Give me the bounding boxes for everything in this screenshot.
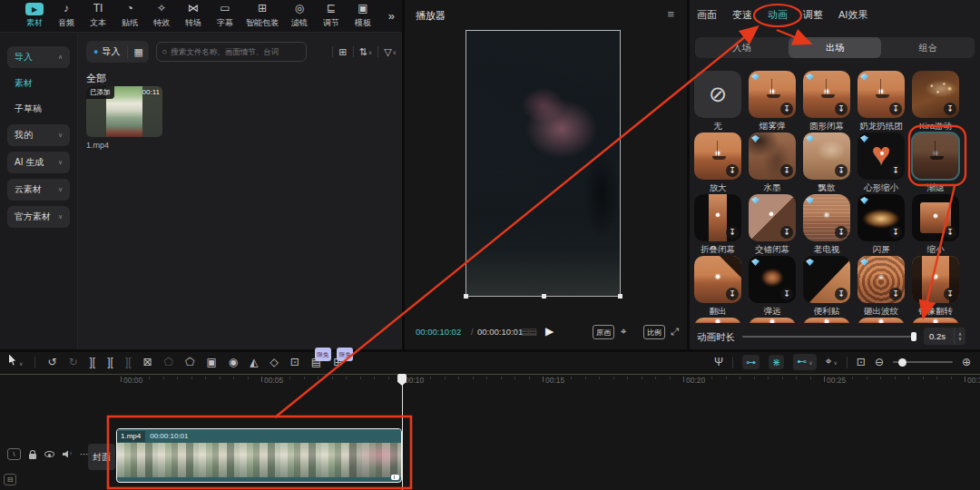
preview-handle-bottom-right[interactable] bbox=[618, 294, 622, 299]
effect-sticky-note[interactable]: ↧便利贴 bbox=[803, 256, 850, 303]
effect-thumbnail[interactable]: ↧ bbox=[749, 71, 796, 118]
effect-ink[interactable]: ↧水墨 bbox=[749, 132, 796, 180]
toolbar-item-adjust[interactable]: ⊑调节 bbox=[320, 3, 342, 29]
sort-icon[interactable]: ⇅∨ bbox=[359, 46, 373, 58]
effect-thumbnail[interactable]: ⊘ bbox=[694, 71, 741, 118]
effect-nailong-paper[interactable]: ↧奶龙扔纸团 bbox=[858, 71, 905, 118]
toolbar-expand-icon[interactable]: » bbox=[388, 9, 395, 23]
zoom-out-icon[interactable]: ⊖ bbox=[875, 356, 884, 368]
add-caption-icon[interactable]: ⊞限免 bbox=[333, 356, 342, 368]
tab-adjust[interactable]: 调整 bbox=[803, 8, 823, 22]
cover-button[interactable]: 封面 bbox=[88, 444, 115, 470]
effect-scatter[interactable]: ↧飘散 bbox=[803, 132, 850, 180]
effect-shrink[interactable]: ↧缩小 bbox=[912, 194, 959, 241]
undo-icon[interactable]: ↺ bbox=[47, 356, 56, 368]
toolbar-item-text[interactable]: TI文本 bbox=[87, 3, 109, 29]
effect-ripple[interactable]: ↧砸出波纹 bbox=[858, 256, 905, 303]
stepper-down-icon[interactable]: ∨ bbox=[958, 337, 962, 341]
toolbar-item-transition[interactable]: ⋈转场 bbox=[182, 3, 204, 29]
toolbar-item-effects[interactable]: ✧特效 bbox=[151, 3, 172, 29]
effect-thumbnail[interactable]: ↧ bbox=[912, 194, 959, 241]
select-tool-icon[interactable]: ∨ bbox=[9, 355, 23, 370]
effect-thumbnail[interactable]: ↧ bbox=[749, 132, 796, 180]
effect-flash-screen[interactable]: ↧闪屏 bbox=[858, 194, 905, 241]
split-left-icon[interactable]: ][ bbox=[107, 356, 113, 368]
effect-fade-out[interactable]: 渐隐 bbox=[912, 132, 959, 180]
sidebar-item-official-material[interactable]: 官方素材∨ bbox=[7, 206, 70, 228]
toolbar-item-template[interactable]: ▣模板 bbox=[352, 3, 374, 29]
sidebar-item-sub-draft[interactable]: 子草稿 bbox=[7, 99, 70, 119]
video-preview[interactable] bbox=[466, 30, 621, 297]
preview-handle-bottom-center[interactable] bbox=[542, 294, 546, 299]
effect-mirror-flip[interactable]: ↧镜像翻转 bbox=[912, 256, 959, 303]
redo-icon[interactable]: ↻ bbox=[68, 356, 77, 368]
auto-snap-icon[interactable]: ⊶ bbox=[742, 355, 760, 369]
mirror-icon[interactable]: ◭ bbox=[250, 356, 258, 368]
effect-thumbnail[interactable]: ↧ bbox=[912, 71, 959, 118]
effect-heart-shrink[interactable]: ↧心形缩小 bbox=[858, 132, 905, 180]
effect-thumbnail[interactable]: ↧ bbox=[694, 256, 741, 303]
tab-animation[interactable]: 动画 bbox=[768, 8, 788, 22]
effect-thumbnail[interactable]: ↧ bbox=[694, 132, 741, 180]
import-button[interactable]: ● 导入 bbox=[86, 45, 127, 58]
tab-speed[interactable]: 变速 bbox=[732, 8, 752, 22]
effect-zoom-in[interactable]: ↧放大 bbox=[694, 132, 741, 180]
toolbar-item-audio[interactable]: ♪音频 bbox=[55, 3, 77, 29]
effect-thumbnail[interactable]: ↧ bbox=[858, 256, 905, 303]
track-select-icon[interactable]: ⌖∨ bbox=[826, 355, 838, 369]
effect-thumbnail[interactable]: ↧ bbox=[803, 256, 850, 303]
sidebar-item-ai-generate[interactable]: AI 生成∨ bbox=[7, 152, 70, 173]
duration-stepper[interactable]: ∧ ∨ bbox=[954, 328, 965, 345]
preview-axis-icon[interactable]: ⊷∨ bbox=[793, 354, 816, 370]
effect-fold-close[interactable]: ↧折叠闭幕 bbox=[694, 194, 741, 241]
media-clip-card[interactable]: 已添加 00:11 bbox=[86, 86, 162, 137]
ratio-button[interactable]: 比例 bbox=[643, 325, 665, 339]
effect-thumbnail[interactable]: ↧ bbox=[858, 194, 905, 241]
lock-track-icon[interactable] bbox=[29, 450, 36, 459]
track-height-icon[interactable]: ⊟ bbox=[4, 474, 16, 485]
split-right-icon[interactable]: ][ bbox=[125, 356, 132, 368]
tab-ai-effects[interactable]: AI效果 bbox=[838, 8, 867, 22]
toolbar-item-smart-pack[interactable]: ⊞智能包装 bbox=[246, 3, 279, 29]
effect-thumbnail[interactable]: ↧ bbox=[858, 71, 905, 118]
fullscreen-icon[interactable]: ⤢ bbox=[671, 326, 679, 338]
split-icon[interactable]: ][ bbox=[90, 356, 96, 368]
mask-icon[interactable]: ▣ bbox=[206, 356, 216, 368]
tab-canvas[interactable]: 画面 bbox=[697, 8, 717, 22]
record-voice-icon[interactable]: Ψ bbox=[714, 356, 723, 368]
stabilize-icon[interactable]: ⬠ bbox=[164, 356, 173, 368]
timeline-video-clip[interactable]: 1.mp4 00:00:10:01 bbox=[116, 428, 402, 483]
sidebar-item-import[interactable]: 导入∧ bbox=[7, 46, 70, 68]
preview-handle-bottom-left[interactable] bbox=[464, 294, 468, 299]
toolbar-item-captions[interactable]: ▭字幕 bbox=[214, 3, 236, 29]
original-quality-button[interactable]: 原画 bbox=[593, 325, 614, 339]
subtab-out[interactable]: 出场 bbox=[789, 37, 882, 58]
grid-view-icon[interactable]: ⊞ bbox=[338, 46, 347, 58]
duration-slider-handle[interactable] bbox=[911, 332, 916, 341]
mute-track-icon[interactable]: ⁾ bbox=[63, 450, 72, 458]
effect-thumbnail[interactable]: ↧ bbox=[912, 256, 959, 303]
effect-old-tv[interactable]: ↧老电视 bbox=[803, 194, 850, 241]
effect-thumbnail[interactable]: ↧ bbox=[803, 71, 850, 118]
freeze-frame-icon[interactable]: ◉ bbox=[229, 356, 238, 368]
crop-icon[interactable]: ⊡ bbox=[290, 356, 299, 368]
delete-icon[interactable]: ⊠ bbox=[143, 356, 152, 368]
duration-slider[interactable] bbox=[742, 336, 915, 338]
effect-thumbnail[interactable]: ↧ bbox=[749, 194, 796, 241]
effect-thumbnail[interactable]: ↧ bbox=[803, 194, 850, 241]
linkage-icon[interactable]: ⋇ bbox=[769, 355, 784, 369]
toolbar-item-media[interactable]: ▶素材 bbox=[24, 3, 45, 29]
effect-bounce-away[interactable]: ↧弹远 bbox=[749, 256, 796, 303]
qr-import-icon[interactable]: ▦ bbox=[127, 46, 148, 58]
sidebar-item-mine[interactable]: 我的∨ bbox=[7, 124, 70, 146]
subtab-in[interactable]: 入场 bbox=[695, 37, 789, 58]
subtab-combo[interactable]: 组合 bbox=[881, 37, 975, 58]
shield-icon[interactable]: ⬠ bbox=[185, 356, 194, 368]
effect-circle-close[interactable]: ↧圆形闭幕 bbox=[803, 71, 850, 118]
track-type-icon[interactable]: \ bbox=[7, 448, 21, 460]
focus-icon[interactable]: ⌖ bbox=[621, 326, 626, 338]
toolbar-item-sticker[interactable]: ◔贴纸 bbox=[119, 3, 141, 29]
effect-thumbnail[interactable]: ↧ bbox=[803, 132, 850, 180]
rotate-icon[interactable]: ◇ bbox=[270, 356, 279, 368]
recognize-subtitle-icon[interactable]: ▤限免 bbox=[311, 356, 321, 368]
